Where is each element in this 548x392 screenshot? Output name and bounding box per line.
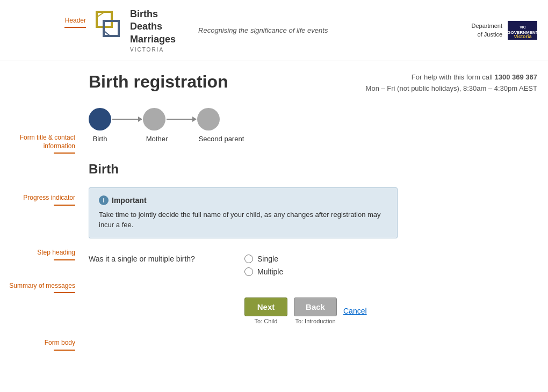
radio-multiple[interactable] <box>244 267 253 276</box>
navigation: Next To: Child Back To: Introduction Can… <box>89 297 537 324</box>
dept-line1: Department <box>472 23 502 29</box>
sidebar-label-step: Step heading <box>0 249 75 257</box>
dept-line2: of Justice <box>478 31 502 38</box>
nav-next-group: Next To: Child <box>244 297 287 324</box>
logo-line3: Marriages <box>130 34 176 45</box>
step-arrow-2 <box>167 119 196 120</box>
sidebar-label-progress: Progress indicator <box>0 194 75 202</box>
logo-line2: Deaths <box>130 21 162 32</box>
svg-text:VIC: VIC <box>520 25 526 29</box>
radio-group: Single Multiple <box>244 255 283 276</box>
sidebar: Form title & contact information Progres… <box>0 72 83 392</box>
step-heading: Birth <box>89 162 537 177</box>
svg-text:Victoria: Victoria <box>514 34 532 39</box>
sidebar-line-step <box>54 259 75 260</box>
sidebar-item-summary: Summary of messages <box>0 282 83 294</box>
next-button[interactable]: Next <box>244 297 287 316</box>
radio-label-multiple: Multiple <box>257 267 283 276</box>
radio-option-single[interactable]: Single <box>244 255 283 263</box>
header: Header Births Deaths <box>0 0 548 61</box>
sidebar-line-form-body <box>54 350 75 351</box>
form-body: Was it a single or multiple birth? Singl… <box>89 255 537 276</box>
form-question: Was it a single or multiple birth? <box>89 255 244 263</box>
progress-steps <box>89 108 537 130</box>
vic-logo: VIC GOVERNMENT Victoria <box>508 21 537 40</box>
important-text: Take time to jointly decide the full nam… <box>99 209 387 230</box>
logo-line1: Births <box>130 9 158 19</box>
step-arrow-1 <box>112 119 142 120</box>
dept-badge: Department of Justice VIC GOVERNMENT Vic… <box>472 21 537 40</box>
sidebar-label-header: Header <box>11 17 86 25</box>
sidebar-line-form-title <box>54 153 75 154</box>
nav-back-group: Back To: Introduction <box>294 297 337 324</box>
header-tagline: Recognising the significance of life eve… <box>198 26 328 34</box>
step-circle-second-parent <box>197 108 220 130</box>
bdm-logo-icon <box>94 9 124 52</box>
info-icon: i <box>99 195 109 205</box>
dept-text: Department of Justice <box>472 22 502 39</box>
logo-sub: VICTORIA <box>130 47 176 53</box>
step-label-birth: Birth <box>89 135 111 143</box>
radio-label-single: Single <box>257 255 278 263</box>
form-title: Birth registration <box>89 72 228 92</box>
logo-text-block: Births Deaths Marriages VICTORIA <box>130 8 176 53</box>
back-sub-label: To: Introduction <box>295 318 335 324</box>
important-title-text: Important <box>112 196 147 205</box>
logo-area: Births Deaths Marriages VICTORIA Recogni… <box>94 8 328 53</box>
important-title: i Important <box>99 195 387 205</box>
sidebar-label-form-title: Form title & contact information <box>0 134 75 150</box>
step-circle-mother <box>143 108 165 130</box>
step-label-mother: Mother <box>135 135 178 143</box>
sidebar-line-progress <box>54 205 75 206</box>
step-label-second-parent: Second parent <box>194 135 248 143</box>
sidebar-label-summary: Summary of messages <box>0 282 75 291</box>
sidebar-line-header <box>64 27 86 28</box>
sidebar-item-form-title: Form title & contact information <box>0 134 83 154</box>
main-content: Form title & contact information Progres… <box>0 61 548 392</box>
cancel-button[interactable]: Cancel <box>343 307 367 315</box>
important-box: i Important Take time to jointly decide … <box>89 187 398 238</box>
form-area: Birth registration For help with this fo… <box>83 72 548 392</box>
radio-single[interactable] <box>244 255 253 263</box>
sidebar-line-summary <box>54 292 75 293</box>
progress-section: Birth Mother Second parent <box>89 105 537 143</box>
radio-option-multiple[interactable]: Multiple <box>244 267 283 276</box>
step-labels: Birth Mother Second parent <box>89 135 537 143</box>
help-text-block: For help with this form call 1300 369 36… <box>366 72 537 95</box>
sidebar-item-progress: Progress indicator <box>0 194 83 206</box>
back-button[interactable]: Back <box>294 297 337 316</box>
sidebar-item-step: Step heading <box>0 249 83 260</box>
page-wrapper: Header Births Deaths <box>0 0 548 392</box>
sidebar-label-form-body: Form body <box>0 339 75 347</box>
step-circle-birth <box>89 108 111 130</box>
sidebar-item-form-body: Form body <box>0 339 83 351</box>
next-sub-label: To: Child <box>255 318 278 324</box>
form-title-section: Birth registration For help with this fo… <box>89 72 537 95</box>
